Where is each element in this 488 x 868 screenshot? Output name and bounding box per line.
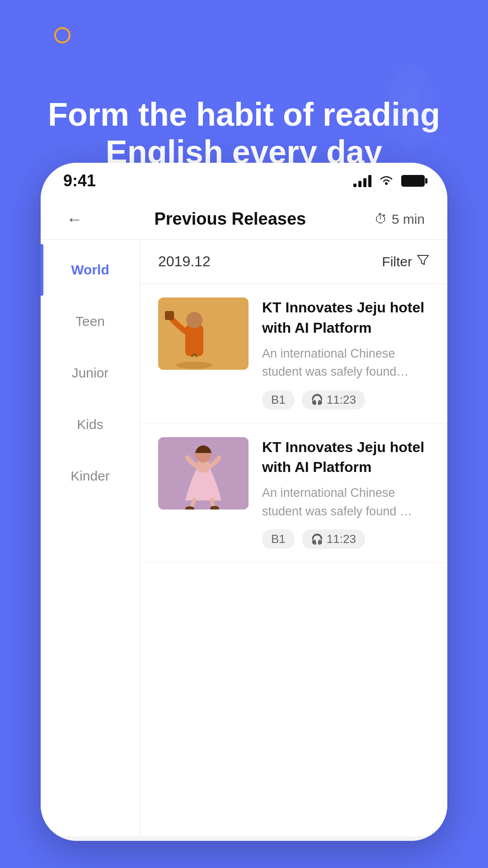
svg-point-0 <box>400 88 422 111</box>
nav-time-label: 5 min <box>392 212 425 227</box>
article-info-2: KT Innovates Jeju hotel with AI Platform… <box>262 437 429 549</box>
svg-rect-7 <box>165 311 174 320</box>
article-card-2[interactable]: KT Innovates Jeju hotel with AI Platform… <box>140 424 447 563</box>
article-tags-2: B1 🎧 11:23 <box>262 529 429 549</box>
filter-button[interactable]: Filter <box>382 254 429 269</box>
orange-circle-decoration <box>54 27 70 43</box>
article-desc-2: An international Chinese student was saf… <box>262 484 429 520</box>
article-desc-1: An international Chinese student was saf… <box>262 344 429 381</box>
article-thumbnail-1 <box>158 297 249 370</box>
date-label: 2019.12 <box>158 253 211 270</box>
article-thumbnail-2 <box>158 437 249 509</box>
svg-point-4 <box>176 362 212 369</box>
main-content: World Teen Junior Kids Kinder 2019.12 Fi… <box>41 240 447 836</box>
sidebar-item-kids[interactable]: Kids <box>41 399 140 450</box>
clock-icon: ⏱ <box>375 212 387 226</box>
tag-level-2: B1 <box>262 529 295 549</box>
article-title-1: KT Innovates Jeju hotel with AI Platform <box>262 297 429 338</box>
filter-funnel-icon <box>417 254 429 269</box>
headphone-icon-2: 🎧 <box>311 533 323 545</box>
status-time: 9:41 <box>63 171 96 190</box>
signal-icon <box>353 175 371 187</box>
sidebar-item-kinder[interactable]: Kinder <box>41 450 140 502</box>
sidebar-item-teen[interactable]: Teen <box>41 296 140 347</box>
sidebar-item-junior[interactable]: Junior <box>41 347 140 399</box>
phone-frame: 9:41 ← Previous Releases <box>41 163 447 841</box>
sidebar-item-world[interactable]: World <box>41 244 140 296</box>
svg-point-6 <box>186 312 202 328</box>
tag-time-1: 🎧 11:23 <box>302 390 365 410</box>
nav-time-info: ⏱ 5 min <box>375 212 425 227</box>
back-arrow-icon: ← <box>66 210 83 229</box>
svg-rect-5 <box>185 325 203 356</box>
nav-title: Previous Releases <box>154 209 306 229</box>
article-info-1: KT Innovates Jeju hotel with AI Platform… <box>262 297 429 410</box>
svg-point-1 <box>385 182 388 185</box>
article-card-1[interactable]: KT Innovates Jeju hotel with AI Platform… <box>140 284 447 424</box>
tag-level-1: B1 <box>262 390 295 410</box>
back-button[interactable]: ← <box>63 208 86 231</box>
status-bar: 9:41 <box>41 163 447 199</box>
nav-bar: ← Previous Releases ⏱ 5 min <box>41 199 447 240</box>
tag-time-2: 🎧 11:23 <box>302 529 365 549</box>
wifi-icon <box>379 174 394 189</box>
filter-button-label: Filter <box>382 254 412 269</box>
article-tags-1: B1 🎧 11:23 <box>262 390 429 410</box>
content-panel: 2019.12 Filter <box>140 240 447 836</box>
status-icons <box>353 174 425 189</box>
sidebar: World Teen Junior Kids Kinder <box>41 240 140 836</box>
filter-bar: 2019.12 Filter <box>140 240 447 284</box>
article-title-2: KT Innovates Jeju hotel with AI Platform <box>262 437 429 478</box>
battery-icon <box>401 175 425 187</box>
headphone-icon-1: 🎧 <box>311 394 323 406</box>
